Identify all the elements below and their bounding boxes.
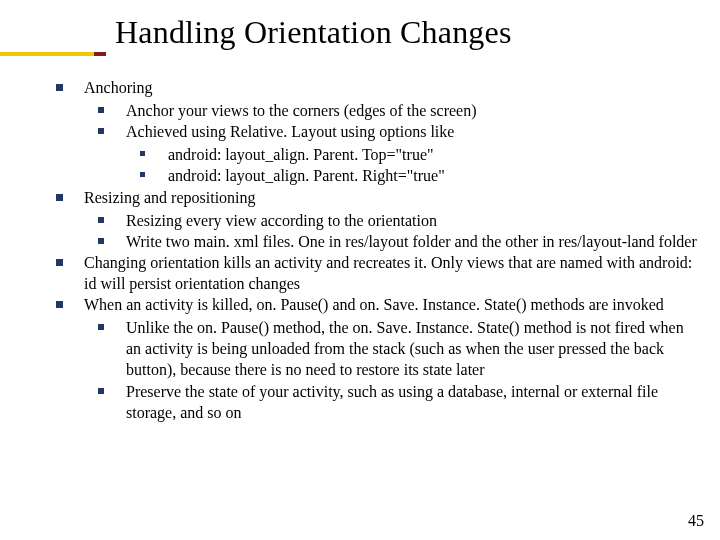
bullet-text: Resizing every view according to the ori… <box>126 212 437 229</box>
list-item: Achieved using Relative. Layout using op… <box>98 121 700 186</box>
bullet-text: android: layout_align. Parent. Top="true… <box>168 146 434 163</box>
bullet-text: Write two main. xml files. One in res/la… <box>126 233 697 250</box>
bullet-text: Anchor your views to the corners (edges … <box>126 102 477 119</box>
list-item: Resizing every view according to the ori… <box>98 210 700 231</box>
bullet-text: Preserve the state of your activity, suc… <box>126 383 658 421</box>
list-item: android: layout_align. Parent. Top="true… <box>140 144 700 165</box>
bullet-text: Changing orientation kills an activity a… <box>84 254 692 292</box>
list-item: Anchoring Anchor your views to the corne… <box>56 77 700 187</box>
list-item: When an activity is killed, on. Pause() … <box>56 294 700 423</box>
bullet-text: android: layout_align. Parent. Right="tr… <box>168 167 445 184</box>
list-item: android: layout_align. Parent. Right="tr… <box>140 165 700 186</box>
list-item: Anchor your views to the corners (edges … <box>98 100 700 121</box>
slide-body: Anchoring Anchor your views to the corne… <box>0 55 720 423</box>
bullet-text: When an activity is killed, on. Pause() … <box>84 296 664 313</box>
bullet-text: Unlike the on. Pause() method, the on. S… <box>126 319 684 378</box>
page-number: 45 <box>688 512 704 530</box>
list-item: Write two main. xml files. One in res/la… <box>98 231 700 252</box>
slide-title: Handling Orientation Changes <box>115 14 720 51</box>
accent-bar-maroon <box>94 52 106 56</box>
list-item: Preserve the state of your activity, suc… <box>98 381 700 423</box>
bullet-text: Achieved using Relative. Layout using op… <box>126 123 454 140</box>
list-item: Unlike the on. Pause() method, the on. S… <box>98 317 700 380</box>
bullet-text: Anchoring <box>84 79 152 96</box>
title-area: Handling Orientation Changes <box>0 0 720 55</box>
list-item: Resizing and repositioning Resizing ever… <box>56 187 700 252</box>
accent-bar-yellow <box>0 52 94 56</box>
list-item: Changing orientation kills an activity a… <box>56 252 700 294</box>
bullet-text: Resizing and repositioning <box>84 189 256 206</box>
